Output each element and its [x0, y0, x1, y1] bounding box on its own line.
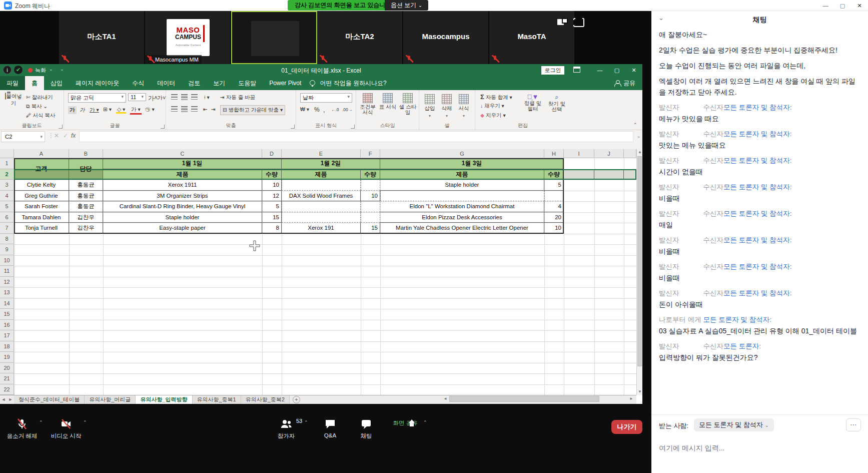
cell-qty3[interactable]: 5 [544, 180, 564, 191]
paste-button[interactable]: 붙여넣기 [3, 93, 24, 107]
borders-icon[interactable]: ⊞ ▾ [103, 106, 112, 112]
cell-manager[interactable]: 홍동균 [69, 180, 103, 191]
accounting-format-icon[interactable]: ₩ ▾ [300, 106, 309, 112]
cell-customer[interactable]: Sarah Foster [14, 201, 69, 212]
row-header-18[interactable]: 18 [0, 341, 14, 352]
cell-qty1[interactable]: 12 [262, 191, 282, 202]
row-header-10[interactable]: 10 [0, 255, 14, 266]
format-painter-button[interactable]: 🖉 서식 복사 [26, 112, 55, 119]
sheet-tab-유의사항_중복2[interactable]: 유의사항_중복2 [241, 395, 290, 404]
cell-qty2[interactable] [361, 180, 380, 191]
cell-customer[interactable]: Tamara Dahlen [14, 212, 69, 223]
orientation-icon[interactable]: ⟊ ▾ [204, 94, 210, 101]
insert-function-icon[interactable]: fx [71, 132, 76, 139]
column-header-F[interactable]: F [361, 149, 380, 158]
cell-qty3[interactable] [544, 191, 564, 202]
row-header-11[interactable]: 11 [0, 266, 14, 277]
cell-qty3[interactable]: 20 [544, 212, 564, 223]
chat-button[interactable]: 채팅 [351, 418, 381, 440]
gallery-view-icon[interactable] [557, 18, 568, 27]
cell-row2-header[interactable]: 수량 [262, 169, 282, 180]
cell-product3[interactable]: Eldon Pizzaz Desk Accessories [380, 212, 544, 223]
leave-button[interactable]: 나가기 [611, 420, 642, 434]
column-header-G[interactable]: G [380, 149, 544, 158]
align-left-icon[interactable] [171, 106, 178, 113]
excel-minimize-icon[interactable]: — [591, 64, 608, 76]
cell-product2[interactable]: DAX Solid Wood Frames [282, 191, 361, 202]
vertical-scroll-thumb[interactable] [637, 156, 642, 366]
scroll-up-icon[interactable]: ▲ [637, 149, 643, 155]
column-header-I[interactable]: I [564, 149, 594, 158]
underline-icon[interactable]: 가 ▾ [88, 106, 101, 114]
scroll-left-icon[interactable]: ◄ [443, 396, 447, 401]
column-header-E[interactable]: E [282, 149, 361, 158]
ribbon-tab-파일[interactable]: 파일 [0, 76, 25, 90]
view-options-button[interactable]: 옵션 보기 ⌄ [385, 0, 428, 11]
cell-qty2[interactable]: 15 [361, 223, 380, 234]
name-box[interactable]: C2▾ [1, 131, 45, 142]
row-header-12[interactable]: 12 [0, 277, 14, 288]
cancel-icon[interactable]: ✕ [54, 132, 59, 139]
decrease-indent-icon[interactable]: ⇤ [203, 106, 208, 112]
video-options-chevron-icon[interactable]: ⌃ [83, 420, 87, 425]
excel-close-icon[interactable]: ✕ [625, 64, 642, 76]
row-header-16[interactable]: 16 [0, 320, 14, 331]
cell-qty3[interactable]: 10 [544, 223, 564, 234]
row-header-7[interactable]: 7 [0, 223, 14, 234]
row-header-19[interactable]: 19 [0, 352, 14, 363]
new-sheet-icon[interactable]: + [293, 396, 300, 403]
qa-button[interactable]: Q&A [315, 418, 345, 438]
cell-product2[interactable]: Xerox 191 [282, 223, 361, 234]
mic-options-chevron-icon[interactable]: ⌃ [39, 420, 43, 425]
align-bottom-icon[interactable] [191, 94, 198, 101]
column-header-C[interactable]: C [103, 149, 262, 158]
cell-row2-empty[interactable] [564, 169, 594, 180]
row-header-13[interactable]: 13 [0, 287, 14, 298]
cell-product2[interactable] [282, 201, 361, 212]
font-color-icon[interactable]: 가 ▾ [130, 106, 142, 115]
row-header-3[interactable]: 3 [0, 180, 14, 191]
sheet-tab-유의사항_머리글[interactable]: 유의사항_머리글 [85, 395, 136, 404]
row-header-6[interactable]: 6 [0, 212, 14, 223]
insert-cells-button[interactable]: 삽입▾ [421, 94, 438, 118]
cell-qty2[interactable] [361, 212, 380, 223]
cell-day3-header[interactable]: 1월 3일 [380, 158, 564, 169]
scroll-down-icon[interactable]: ▼ [637, 389, 643, 395]
bold-icon[interactable]: 가 [68, 106, 77, 114]
vertical-scrollbar[interactable]: ▲ ▼ [636, 149, 642, 395]
cell-product1[interactable]: Staple holder [103, 212, 262, 223]
column-header-D[interactable]: D [262, 149, 282, 158]
cell-customer[interactable]: Tonja Turnell [14, 223, 69, 234]
scroll-right-icon[interactable]: ► [629, 396, 633, 401]
tell-me-box[interactable]: 어떤 작업을 원하시나요? [308, 76, 386, 90]
font-dialog-launcher-icon[interactable] [161, 125, 165, 129]
sort-filter-button[interactable]: ᄒ̦▼ 정렬 및 필터 [521, 93, 544, 112]
cell-row2-header[interactable]: 수량 [544, 169, 564, 180]
row-header-14[interactable]: 14 [0, 298, 14, 309]
clear-button[interactable]: ◆ 지우기 ▾ [480, 112, 506, 119]
ribbon-tab-페이지 레이아웃[interactable]: 페이지 레이아웃 [69, 76, 126, 90]
align-right-icon[interactable] [191, 106, 198, 113]
start-video-button[interactable]: 비디오 시작 [48, 418, 84, 440]
cell-qty2[interactable]: 10 [361, 191, 380, 202]
autosum-button[interactable]: Σ 자동 합계 ▾ [480, 93, 512, 101]
share-options-chevron-icon[interactable]: ⌃ [423, 420, 427, 425]
minimize-icon[interactable]: — [817, 0, 834, 11]
cell-customer[interactable]: Clytie Kelty [14, 180, 69, 191]
fill-button[interactable]: ↓ 채우기 ▾ [480, 103, 504, 110]
column-header-H[interactable]: H [544, 149, 564, 158]
conditional-formatting-button[interactable]: 조건부 서식 [357, 93, 378, 115]
italic-icon[interactable]: 가 [78, 106, 87, 114]
cell-manager-header[interactable]: 담당 [69, 158, 103, 180]
ribbon-tab-수식[interactable]: 수식 [126, 76, 151, 90]
alignment-dialog-launcher-icon[interactable] [291, 125, 295, 129]
cell-qty3[interactable]: 4 [544, 201, 564, 212]
close-icon[interactable]: ✕ [851, 0, 868, 11]
phonetic-icon[interactable]: ㉠ ▾ [145, 106, 155, 113]
cell-manager[interactable]: 홍동균 [69, 191, 103, 202]
fullscreen-icon[interactable] [573, 18, 584, 27]
align-center-icon[interactable] [181, 106, 188, 113]
row-header-5[interactable]: 5 [0, 201, 14, 212]
format-cells-button[interactable]: 서식▾ [455, 94, 472, 118]
ribbon-display-options-icon[interactable] [573, 67, 580, 73]
